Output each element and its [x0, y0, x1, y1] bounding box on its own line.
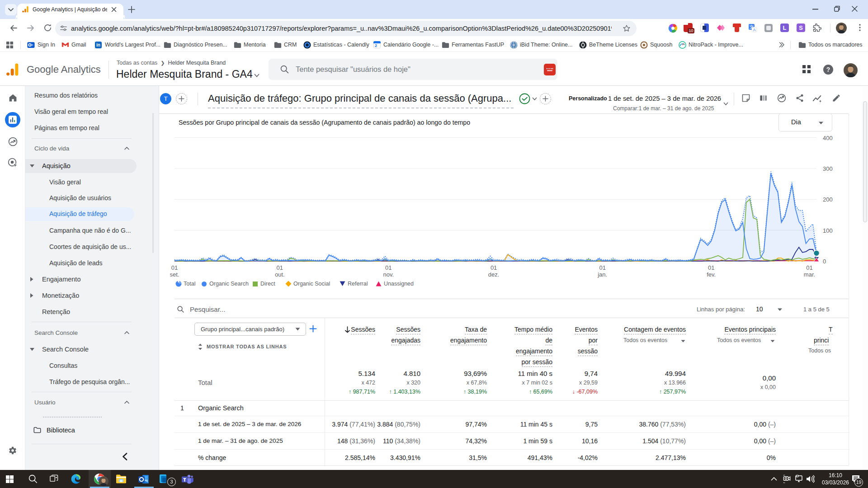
svg-text:100: 100 [823, 227, 833, 234]
svg-text:01: 01 [277, 264, 283, 271]
svg-text:mar.: mar. [804, 271, 815, 278]
svg-text:200: 200 [823, 196, 833, 203]
svg-text:01: 01 [806, 264, 812, 271]
svg-text:nov.: nov. [383, 271, 394, 278]
svg-text:01: 01 [491, 264, 497, 271]
svg-text:A: A [753, 28, 756, 32]
svg-text:400: 400 [823, 135, 833, 141]
svg-text:300: 300 [823, 165, 833, 172]
svg-text:0: 0 [823, 258, 826, 265]
svg-text:01: 01 [171, 264, 178, 271]
svg-text:out.: out. [275, 271, 285, 278]
svg-text:01: 01 [708, 264, 714, 271]
svg-text:jan.: jan. [597, 271, 607, 278]
svg-text:01: 01 [599, 264, 605, 271]
svg-text:dez.: dez. [488, 271, 500, 278]
svg-text:fev.: fev. [707, 271, 716, 278]
svg-text:01: 01 [385, 264, 392, 271]
svg-text:set.: set. [170, 271, 179, 278]
